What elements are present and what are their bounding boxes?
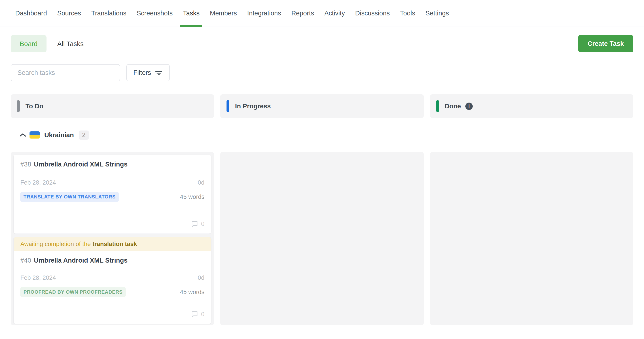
filters-button[interactable]: Filters xyxy=(126,64,170,81)
board-panels: #38 Umbrella Android XML Strings Feb 28,… xyxy=(11,152,633,325)
tab-members[interactable]: Members xyxy=(210,0,237,26)
comment-count: 0 xyxy=(201,311,204,318)
column-label-in-progress: In Progress xyxy=(235,103,271,110)
task-duration: 0d xyxy=(198,274,204,281)
todo-panel: #38 Umbrella Android XML Strings Feb 28,… xyxy=(11,152,214,325)
tasks-toolbar: Board All Tasks Create Task xyxy=(11,35,633,52)
banner-task-link[interactable]: translation task xyxy=(92,241,137,248)
tab-tasks[interactable]: Tasks xyxy=(183,0,200,26)
done-panel xyxy=(430,152,633,325)
task-duration: 0d xyxy=(198,179,204,186)
tab-screenshots[interactable]: Screenshots xyxy=(137,0,173,26)
all-tasks-link[interactable]: All Tasks xyxy=(57,40,84,48)
tab-dashboard[interactable]: Dashboard xyxy=(15,0,47,26)
awaiting-banner: Awaiting completion of the translation t… xyxy=(14,237,211,251)
todo-accent-pill xyxy=(17,100,20,112)
task-id: #40 xyxy=(20,257,31,264)
comment-count: 0 xyxy=(201,221,204,228)
board-column-headers: To Do In Progress Done i xyxy=(11,94,633,118)
collapse-chevron-icon[interactable] xyxy=(19,133,26,137)
ukraine-flag-icon xyxy=(30,131,40,139)
task-count-badge: 2 xyxy=(79,130,89,140)
filters-label: Filters xyxy=(134,69,151,76)
language-group-row: Ukrainian 2 xyxy=(11,129,633,141)
tab-activity[interactable]: Activity xyxy=(324,0,345,26)
search-input[interactable] xyxy=(11,64,120,81)
task-date: Feb 28, 2024 xyxy=(20,179,56,186)
tab-settings[interactable]: Settings xyxy=(426,0,449,26)
task-title[interactable]: Umbrella Android XML Strings xyxy=(34,161,128,168)
word-count: 45 words xyxy=(180,194,204,200)
column-label-todo: To Do xyxy=(26,103,44,110)
in-progress-panel xyxy=(220,152,424,325)
filter-icon xyxy=(155,69,162,76)
section-divider xyxy=(11,88,633,88)
language-group-label: Ukrainian xyxy=(44,131,74,139)
project-nav: Dashboard Sources Translations Screensho… xyxy=(0,0,644,27)
workflow-badge: PROOFREAD BY OWN PROOFREADERS xyxy=(20,287,126,297)
column-label-done: Done xyxy=(445,103,461,110)
tab-tools[interactable]: Tools xyxy=(400,0,415,26)
tab-translations[interactable]: Translations xyxy=(91,0,126,26)
task-id: #38 xyxy=(20,161,31,168)
column-header-done: Done i xyxy=(430,94,633,118)
tab-discussions[interactable]: Discussions xyxy=(355,0,390,26)
board-view-toggle[interactable]: Board xyxy=(11,35,46,52)
word-count: 45 words xyxy=(180,289,204,296)
workflow-badge: TRANSLATE BY OWN TRANSLATORS xyxy=(20,192,119,202)
in-progress-accent-pill xyxy=(226,100,229,112)
create-task-button[interactable]: Create Task xyxy=(578,35,633,52)
task-title[interactable]: Umbrella Android XML Strings xyxy=(34,257,128,264)
task-card-40[interactable]: Awaiting completion of the translation t… xyxy=(14,237,211,324)
column-header-in-progress: In Progress xyxy=(220,94,424,118)
column-header-todo: To Do xyxy=(11,94,214,118)
tab-integrations[interactable]: Integrations xyxy=(247,0,281,26)
search-row: Filters xyxy=(11,64,633,81)
tab-sources[interactable]: Sources xyxy=(57,0,81,26)
comment-icon[interactable] xyxy=(191,311,198,318)
banner-text: Awaiting completion of the xyxy=(20,241,92,248)
info-icon[interactable]: i xyxy=(465,103,473,110)
task-card-38[interactable]: #38 Umbrella Android XML Strings Feb 28,… xyxy=(14,155,211,234)
tab-reports[interactable]: Reports xyxy=(291,0,314,26)
task-date: Feb 28, 2024 xyxy=(20,274,56,281)
comment-icon[interactable] xyxy=(191,220,198,228)
done-accent-pill xyxy=(436,100,439,112)
